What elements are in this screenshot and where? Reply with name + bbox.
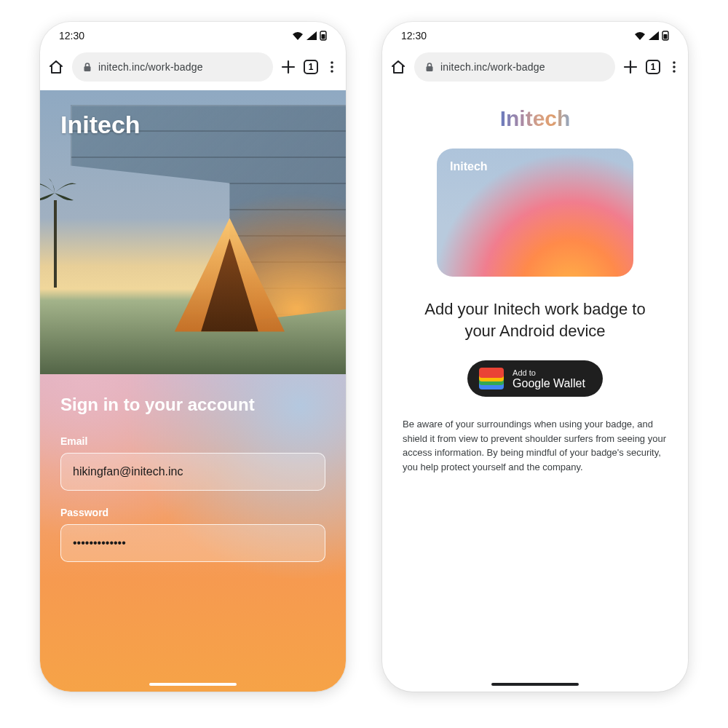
- hero-image: Initech: [40, 90, 346, 374]
- tabs-button[interactable]: 1: [304, 60, 318, 74]
- status-bar: 12:30: [40, 22, 346, 50]
- page-content: Initech Initech Add your Initech work ba…: [382, 90, 688, 692]
- signal-icon: [306, 31, 317, 40]
- tabs-button[interactable]: 1: [646, 60, 660, 74]
- new-tab-icon[interactable]: [280, 59, 296, 75]
- address-bar[interactable]: initech.inc/work-badge: [72, 52, 273, 82]
- svg-rect-7: [664, 34, 668, 39]
- clock: 12:30: [59, 30, 84, 41]
- tab-count: 1: [309, 62, 314, 72]
- lock-icon: [424, 62, 435, 72]
- browser-toolbar: initech.inc/work-badge 1: [40, 50, 346, 90]
- svg-point-10: [673, 66, 676, 68]
- brand-logo: Initech: [60, 111, 141, 139]
- svg-rect-1: [322, 34, 325, 39]
- status-bar: 12:30: [382, 22, 688, 50]
- url-text: initech.inc/work-badge: [440, 61, 605, 73]
- new-tab-icon[interactable]: [622, 59, 638, 75]
- gesture-bar: [491, 683, 579, 686]
- badge-card: Initech: [437, 149, 633, 277]
- svg-rect-2: [84, 66, 91, 71]
- home-icon[interactable]: [389, 58, 407, 76]
- clock: 12:30: [401, 30, 427, 41]
- battery-icon: [320, 31, 327, 41]
- phone-signin: 12:30 initech.inc/work-badge 1 Initech: [40, 22, 346, 692]
- password-field[interactable]: [60, 524, 325, 562]
- browser-toolbar: initech.inc/work-badge 1: [382, 50, 688, 90]
- gesture-bar: [149, 683, 237, 686]
- page-content: Initech Sign in to your account Email Pa…: [40, 90, 346, 692]
- signal-icon: [649, 31, 659, 40]
- svg-point-11: [673, 70, 676, 73]
- svg-rect-8: [427, 66, 433, 71]
- page-title: Add your Initech work badge to your Andr…: [408, 298, 662, 341]
- address-bar[interactable]: initech.inc/work-badge: [414, 52, 615, 82]
- more-menu-icon[interactable]: [325, 60, 339, 74]
- card-brand-label: Initech: [450, 160, 488, 173]
- battery-icon: [662, 31, 669, 41]
- email-label: Email: [60, 435, 325, 447]
- svg-point-4: [331, 66, 333, 68]
- phone-add-badge: 12:30 initech.inc/work-badge 1 Initech I…: [382, 22, 688, 692]
- signin-heading: Sign in to your account: [60, 395, 325, 415]
- tab-count: 1: [651, 62, 656, 72]
- svg-point-5: [331, 70, 333, 73]
- url-text: initech.inc/work-badge: [98, 61, 263, 73]
- home-icon[interactable]: [47, 58, 65, 76]
- add-to-wallet-button[interactable]: Add to Google Wallet: [467, 360, 603, 397]
- more-menu-icon[interactable]: [668, 60, 681, 74]
- google-wallet-icon: [479, 368, 504, 389]
- wifi-icon: [634, 31, 646, 40]
- signin-form: Sign in to your account Email Password: [40, 374, 346, 692]
- wifi-icon: [292, 31, 304, 40]
- status-icons: [634, 31, 669, 41]
- lock-icon: [82, 62, 92, 72]
- palm-tree-icon: [43, 181, 68, 283]
- svg-point-9: [673, 61, 676, 64]
- brand-logo: Initech: [500, 106, 571, 131]
- svg-point-3: [331, 61, 333, 64]
- password-label: Password: [60, 507, 325, 518]
- email-field[interactable]: [60, 453, 325, 491]
- status-icons: [292, 31, 327, 41]
- security-disclaimer: Be aware of your surroundings when using…: [400, 417, 670, 474]
- wallet-button-label: Add to Google Wallet: [513, 368, 585, 390]
